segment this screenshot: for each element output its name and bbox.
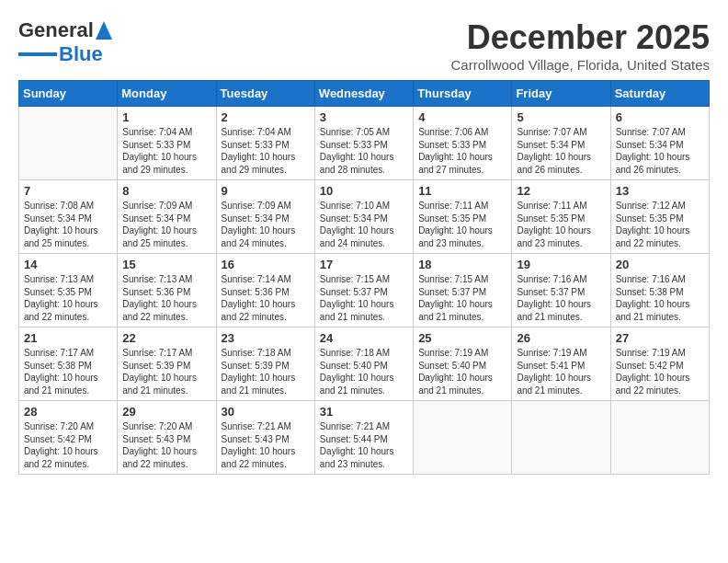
calendar-day-cell: 22Sunrise: 7:17 AM Sunset: 5:39 PM Dayli…	[118, 327, 216, 401]
calendar-day-cell	[414, 401, 512, 475]
day-info: Sunrise: 7:19 AM Sunset: 5:42 PM Dayligh…	[616, 347, 704, 396]
day-number: 14	[24, 258, 112, 271]
calendar-day-cell: 1Sunrise: 7:04 AM Sunset: 5:33 PM Daylig…	[118, 107, 216, 180]
day-number: 31	[320, 405, 408, 419]
day-info: Sunrise: 7:21 AM Sunset: 5:44 PM Dayligh…	[320, 420, 408, 470]
calendar-day-cell: 3Sunrise: 7:05 AM Sunset: 5:33 PM Daylig…	[314, 107, 413, 180]
weekday-header-wednesday: Wednesday	[314, 81, 413, 107]
day-number: 22	[122, 331, 210, 345]
calendar-day-cell: 29Sunrise: 7:20 AM Sunset: 5:43 PM Dayli…	[118, 401, 216, 475]
calendar-week-row: 21Sunrise: 7:17 AM Sunset: 5:38 PM Dayli…	[19, 327, 710, 401]
day-number: 5	[517, 110, 605, 124]
calendar-day-cell: 4Sunrise: 7:06 AM Sunset: 5:33 PM Daylig…	[414, 107, 512, 180]
calendar-day-cell: 10Sunrise: 7:10 AM Sunset: 5:34 PM Dayli…	[314, 180, 413, 254]
day-number: 19	[517, 258, 605, 271]
day-info: Sunrise: 7:14 AM Sunset: 5:36 PM Dayligh…	[222, 273, 310, 323]
day-number: 10	[320, 184, 408, 198]
day-info: Sunrise: 7:16 AM Sunset: 5:38 PM Dayligh…	[616, 273, 704, 323]
calendar-day-cell: 28Sunrise: 7:20 AM Sunset: 5:42 PM Dayli…	[19, 401, 118, 475]
logo-triangle-icon	[96, 21, 112, 40]
day-info: Sunrise: 7:19 AM Sunset: 5:40 PM Dayligh…	[418, 347, 506, 396]
calendar-table: SundayMondayTuesdayWednesdayThursdayFrid…	[18, 80, 710, 475]
calendar-day-cell: 21Sunrise: 7:17 AM Sunset: 5:38 PM Dayli…	[19, 327, 118, 401]
calendar-day-cell: 15Sunrise: 7:13 AM Sunset: 5:36 PM Dayli…	[118, 254, 216, 327]
calendar-day-cell: 13Sunrise: 7:12 AM Sunset: 5:35 PM Dayli…	[610, 180, 709, 254]
day-info: Sunrise: 7:07 AM Sunset: 5:34 PM Dayligh…	[616, 126, 704, 176]
day-info: Sunrise: 7:06 AM Sunset: 5:33 PM Dayligh…	[418, 126, 506, 176]
day-info: Sunrise: 7:15 AM Sunset: 5:37 PM Dayligh…	[320, 273, 408, 323]
calendar-day-cell: 2Sunrise: 7:04 AM Sunset: 5:33 PM Daylig…	[216, 107, 314, 180]
day-number: 26	[517, 331, 605, 345]
day-number: 17	[320, 258, 408, 271]
day-number: 21	[24, 331, 112, 345]
calendar-day-cell: 17Sunrise: 7:15 AM Sunset: 5:37 PM Dayli…	[314, 254, 413, 327]
calendar-day-cell	[512, 401, 610, 475]
calendar-week-row: 7Sunrise: 7:08 AM Sunset: 5:34 PM Daylig…	[19, 180, 710, 254]
svg-marker-0	[96, 21, 112, 40]
calendar-day-cell: 5Sunrise: 7:07 AM Sunset: 5:34 PM Daylig…	[512, 107, 610, 180]
day-info: Sunrise: 7:13 AM Sunset: 5:36 PM Dayligh…	[122, 273, 210, 323]
day-info: Sunrise: 7:12 AM Sunset: 5:35 PM Dayligh…	[616, 200, 704, 249]
weekday-header-friday: Friday	[512, 81, 610, 107]
calendar-day-cell: 20Sunrise: 7:16 AM Sunset: 5:38 PM Dayli…	[610, 254, 709, 327]
day-number: 4	[418, 110, 506, 124]
location-title: Carrollwood Village, Florida, United Sta…	[450, 57, 710, 73]
calendar-day-cell: 26Sunrise: 7:19 AM Sunset: 5:41 PM Dayli…	[512, 327, 610, 401]
day-info: Sunrise: 7:18 AM Sunset: 5:39 PM Dayligh…	[222, 347, 310, 396]
day-info: Sunrise: 7:20 AM Sunset: 5:42 PM Dayligh…	[24, 420, 112, 470]
calendar-day-cell: 31Sunrise: 7:21 AM Sunset: 5:44 PM Dayli…	[314, 401, 413, 475]
calendar-day-cell: 25Sunrise: 7:19 AM Sunset: 5:40 PM Dayli…	[414, 327, 512, 401]
calendar-day-cell	[19, 107, 118, 180]
day-number: 18	[418, 258, 506, 271]
day-info: Sunrise: 7:07 AM Sunset: 5:34 PM Dayligh…	[517, 126, 605, 176]
day-number: 3	[320, 110, 408, 124]
day-number: 20	[616, 258, 704, 271]
weekday-header-thursday: Thursday	[414, 81, 512, 107]
calendar-day-cell: 18Sunrise: 7:15 AM Sunset: 5:37 PM Dayli…	[414, 254, 512, 327]
logo: General Blue	[18, 18, 112, 66]
calendar-day-cell: 30Sunrise: 7:21 AM Sunset: 5:43 PM Dayli…	[216, 401, 314, 475]
calendar-day-cell: 11Sunrise: 7:11 AM Sunset: 5:35 PM Dayli…	[414, 180, 512, 254]
day-info: Sunrise: 7:04 AM Sunset: 5:33 PM Dayligh…	[222, 126, 310, 176]
day-number: 27	[616, 331, 704, 345]
day-info: Sunrise: 7:11 AM Sunset: 5:35 PM Dayligh…	[418, 200, 506, 249]
day-number: 11	[418, 184, 506, 198]
day-number: 23	[222, 331, 310, 345]
day-info: Sunrise: 7:15 AM Sunset: 5:37 PM Dayligh…	[418, 273, 506, 323]
weekday-header-monday: Monday	[118, 81, 216, 107]
day-number: 15	[122, 258, 210, 271]
weekday-header-saturday: Saturday	[610, 81, 709, 107]
month-title: December 2025	[450, 18, 710, 57]
day-number: 9	[222, 184, 310, 198]
day-info: Sunrise: 7:21 AM Sunset: 5:43 PM Dayligh…	[222, 420, 310, 470]
day-info: Sunrise: 7:05 AM Sunset: 5:33 PM Dayligh…	[320, 126, 408, 176]
logo-general-text: General	[18, 18, 94, 42]
weekday-header-tuesday: Tuesday	[216, 81, 314, 107]
calendar-day-cell: 8Sunrise: 7:09 AM Sunset: 5:34 PM Daylig…	[118, 180, 216, 254]
calendar-day-cell: 16Sunrise: 7:14 AM Sunset: 5:36 PM Dayli…	[216, 254, 314, 327]
logo-blue-text: Blue	[59, 42, 103, 66]
day-info: Sunrise: 7:10 AM Sunset: 5:34 PM Dayligh…	[320, 200, 408, 249]
day-number: 24	[320, 331, 408, 345]
day-number: 13	[616, 184, 704, 198]
day-number: 2	[222, 110, 310, 124]
page-header: General Blue December 2025 Carrollwood V…	[18, 18, 710, 73]
calendar-day-cell: 12Sunrise: 7:11 AM Sunset: 5:35 PM Dayli…	[512, 180, 610, 254]
day-info: Sunrise: 7:18 AM Sunset: 5:40 PM Dayligh…	[320, 347, 408, 396]
day-info: Sunrise: 7:09 AM Sunset: 5:34 PM Dayligh…	[122, 200, 210, 249]
day-info: Sunrise: 7:09 AM Sunset: 5:34 PM Dayligh…	[222, 200, 310, 249]
day-number: 16	[222, 258, 310, 271]
day-info: Sunrise: 7:17 AM Sunset: 5:39 PM Dayligh…	[122, 347, 210, 396]
day-info: Sunrise: 7:20 AM Sunset: 5:43 PM Dayligh…	[122, 420, 210, 470]
calendar-day-cell	[610, 401, 709, 475]
day-number: 12	[517, 184, 605, 198]
day-info: Sunrise: 7:13 AM Sunset: 5:35 PM Dayligh…	[24, 273, 112, 323]
calendar-header-row: SundayMondayTuesdayWednesdayThursdayFrid…	[19, 81, 710, 107]
day-number: 7	[24, 184, 112, 198]
calendar-day-cell: 27Sunrise: 7:19 AM Sunset: 5:42 PM Dayli…	[610, 327, 709, 401]
calendar-day-cell: 9Sunrise: 7:09 AM Sunset: 5:34 PM Daylig…	[216, 180, 314, 254]
day-number: 28	[24, 405, 112, 419]
day-number: 8	[122, 184, 210, 198]
calendar-day-cell: 19Sunrise: 7:16 AM Sunset: 5:37 PM Dayli…	[512, 254, 610, 327]
calendar-day-cell: 23Sunrise: 7:18 AM Sunset: 5:39 PM Dayli…	[216, 327, 314, 401]
